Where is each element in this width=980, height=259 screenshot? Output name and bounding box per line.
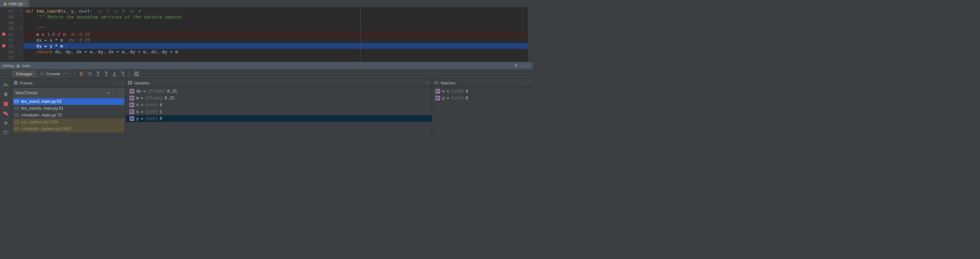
step-over-icon[interactable] xyxy=(86,70,94,78)
restore-layout-icon[interactable]: →° xyxy=(118,81,124,85)
code-editor[interactable]: 47 48 49 50 51 52 53 54 55 ⊟ ⊟ ⌋ def tex… xyxy=(0,8,533,61)
prev-frame-icon[interactable]: ↑ xyxy=(110,91,116,95)
execution-line[interactable]: dy = y * m xyxy=(24,43,528,49)
hide-button[interactable]: ↓ xyxy=(526,64,530,68)
step-out-icon[interactable] xyxy=(111,70,118,78)
line-number: 47 xyxy=(8,8,14,14)
var-name: n xyxy=(442,89,445,94)
svg-rect-2 xyxy=(41,72,45,75)
fold-column[interactable]: ⊟ ⊟ ⌋ xyxy=(19,8,24,61)
frame-item[interactable]: tex_coords, main.py:61 xyxy=(13,105,124,112)
frame-label: tex_coord, main.py:53 xyxy=(21,99,62,104)
var-value: 1 xyxy=(160,109,162,114)
svg-rect-30 xyxy=(14,84,18,85)
svg-rect-29 xyxy=(14,82,18,83)
tab-debugger[interactable]: Debugger xyxy=(12,70,36,77)
var-type: {int} xyxy=(145,102,158,107)
code-line[interactable]: """ Return the bounding vertices of the … xyxy=(24,14,528,20)
code-line[interactable]: """ xyxy=(24,26,528,32)
code-line[interactable]: def tex_coord(x, y, n=4): x: 1 y: 0 n: 4 xyxy=(24,8,528,14)
tab-label: Console xyxy=(46,72,60,76)
tab-console[interactable]: Console →° xyxy=(37,70,71,77)
settings-gear-icon[interactable]: ⚙ xyxy=(514,63,518,68)
svg-rect-19 xyxy=(5,93,5,96)
view-breakpoints-button[interactable] xyxy=(2,110,10,117)
frame-icon xyxy=(14,99,19,104)
svg-point-0 xyxy=(4,2,5,2)
inline-debug-hint: m: 0.25 xyxy=(71,32,90,37)
code-line[interactable]: return dx, dy, dx + m, dy, dx + m, dy + … xyxy=(24,49,528,55)
frame-item[interactable]: tex_coord, main.py:53 xyxy=(13,98,124,105)
close-tab-icon[interactable]: × xyxy=(25,2,27,5)
separator: │ xyxy=(128,71,131,76)
value-type-icon: 01 xyxy=(435,89,440,94)
variable-row[interactable]: 01y = {int} 0 xyxy=(126,115,432,122)
resume-button[interactable] xyxy=(2,81,10,88)
fold-toggle-icon[interactable]: ⊟ xyxy=(19,25,24,31)
step-into-icon[interactable] xyxy=(94,70,102,78)
variable-list[interactable]: 01dx = {float} 0.25 01m = {float} 0.25 0… xyxy=(126,87,432,123)
pause-button[interactable] xyxy=(2,91,10,98)
var-value: 0.25 xyxy=(165,96,175,101)
editor-marks-rail[interactable] xyxy=(528,8,533,61)
code-line[interactable] xyxy=(24,20,528,26)
frame-list[interactable]: tex_coord, main.py:53 tex_coords, main.p… xyxy=(12,98,126,132)
debug-tool-window-header[interactable]: Debug main ⚙ — ↓ xyxy=(0,61,533,69)
minimize-button[interactable]: — xyxy=(520,64,524,68)
editor-tabs: main.py × xyxy=(0,0,533,8)
variable-row[interactable]: 01m = {float} 0.25 xyxy=(126,94,432,101)
step-into-my-code-icon[interactable] xyxy=(102,70,110,78)
code-line[interactable]: m = 1.0 / n m: 0.25 xyxy=(24,32,528,37)
panel-title: Frames xyxy=(20,81,32,85)
svg-rect-31 xyxy=(15,101,18,102)
watch-row[interactable]: 01y = {int} 0 xyxy=(432,94,533,101)
fold-toggle-icon[interactable]: ⊟ xyxy=(19,8,24,13)
mute-breakpoints-button[interactable] xyxy=(2,119,10,127)
layout-settings-button[interactable] xyxy=(2,129,10,136)
debug-label: Debug xyxy=(3,64,14,68)
frames-panel-header[interactable]: Frames →° xyxy=(12,79,126,87)
watch-row[interactable]: 01n = {int} 4 xyxy=(432,88,533,94)
svg-point-16 xyxy=(136,75,137,76)
code-line[interactable]: dx = x * m dx: 0.25 xyxy=(24,37,528,43)
frame-item-library[interactable]: run, pydevd.py:1794 xyxy=(13,118,124,125)
debug-body: Frames →° MainThread ▾ ↑ ↓ tex_coord, ma… xyxy=(0,79,533,141)
next-frame-icon[interactable]: ↓ xyxy=(116,91,122,95)
watch-list[interactable]: 01n = {int} 4 01y = {int} 0 xyxy=(432,87,533,102)
var-value: 4 xyxy=(466,89,468,94)
thread-name: MainThread xyxy=(15,91,37,95)
var-name: x xyxy=(136,109,138,114)
watches-panel-header[interactable]: Watches →° xyxy=(432,79,533,87)
file-tab-main[interactable]: main.py × xyxy=(0,0,30,7)
frame-item[interactable]: <module>, main.py:73 xyxy=(13,112,124,118)
variable-row[interactable]: 01n = {int} 4 xyxy=(126,101,432,108)
code-area[interactable]: def tex_coord(x, y, n=4): x: 1 y: 0 n: 4… xyxy=(24,8,528,61)
thread-selector[interactable]: MainThread ▾ ↑ ↓ xyxy=(13,88,124,98)
gutter[interactable]: 47 48 49 50 51 52 53 54 55 xyxy=(0,8,19,61)
separator: │ xyxy=(73,71,76,76)
svg-point-15 xyxy=(135,75,136,76)
value-type-icon: 01 xyxy=(129,116,134,121)
restore-layout-icon[interactable]: →° xyxy=(525,81,531,85)
var-value: 0 xyxy=(466,96,468,101)
frame-item-library[interactable]: <module>, pydevd.py:2403 xyxy=(13,125,124,132)
variable-row[interactable]: 01dx = {float} 0.25 xyxy=(126,88,432,94)
console-icon xyxy=(41,72,45,76)
code-line[interactable] xyxy=(24,55,528,61)
variables-panel-header[interactable]: Variables →° xyxy=(126,79,432,87)
restore-layout-icon[interactable]: →° xyxy=(424,81,430,85)
run-to-cursor-icon[interactable] xyxy=(119,70,126,78)
show-execution-point-icon[interactable] xyxy=(78,70,85,78)
variables-panel: Variables →° 01dx = {float} 0.25 01m = {… xyxy=(126,79,432,141)
breakpoint-icon[interactable] xyxy=(2,32,5,36)
evaluate-expression-icon[interactable] xyxy=(133,70,140,78)
var-type: {int} xyxy=(145,116,158,121)
breakpoint-icon[interactable] xyxy=(2,44,5,48)
inline-debug-hint: x: 1 y: 0 n: 4 xyxy=(98,8,140,14)
variable-row[interactable]: 01x = {int} 1 xyxy=(126,108,432,115)
frame-label: run, pydevd.py:1794 xyxy=(21,120,58,125)
svg-rect-38 xyxy=(128,83,130,85)
stop-button[interactable] xyxy=(2,100,10,108)
panel-title: Variables xyxy=(134,81,150,85)
run-config-name: main xyxy=(22,64,30,68)
